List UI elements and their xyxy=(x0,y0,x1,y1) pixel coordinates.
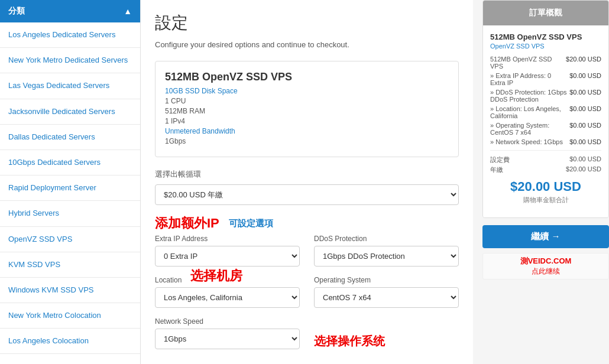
sidebar-items: Los Angeles Dedicated ServersNew York Me… xyxy=(0,22,140,354)
summary-row-label: » DDoS Protection: 1Gbps DDoS Protection xyxy=(490,89,567,103)
summary-row-label: » Extra IP Address: 0 Extra IP xyxy=(490,72,567,86)
summary-row-price: $0.00 USD xyxy=(569,122,601,129)
right-panel: 訂單概觀 512MB OpenVZ SSD VPS OpenVZ SSD VPS… xyxy=(473,0,609,364)
summary-rows: 512MB OpenVZ SSD VPS$20.00 USD» Extra IP… xyxy=(490,56,601,145)
yearly-price: $20.00 USD xyxy=(566,165,601,174)
summary-row-label: » Network Speed: 1Gbps xyxy=(490,138,567,145)
summary-row-price: $0.00 USD xyxy=(569,89,601,96)
sidebar-item-kvm[interactable]: KVM SSD VPS xyxy=(0,252,140,278)
summary-setup-row: 設定費 $0.00 USD xyxy=(490,155,601,164)
summary-total: $20.00 USD xyxy=(490,179,601,194)
ddos-select[interactable]: 1Gbps DDoS Protection10Gbps DDoS Protect… xyxy=(314,246,459,266)
order-summary-body: 512MB OpenVZ SSD VPS OpenVZ SSD VPS 512M… xyxy=(483,25,608,217)
summary-total-label: 購物車金額合計 xyxy=(490,196,601,204)
order-summary-header: 訂單概觀 xyxy=(483,1,608,25)
options-grid: Extra IP Address 0 Extra IP1 Extra IP2 E… xyxy=(155,235,459,349)
sidebar-item-dallas[interactable]: Dallas Dedicated Servers xyxy=(0,125,140,150)
product-detail5: Unmetered Bandwidth xyxy=(165,127,449,135)
billing-select-wrap: $20.00 USD 年繳$2.00 USD 月繳 xyxy=(155,184,459,205)
summary-yearly-row: 年繳 $20.00 USD xyxy=(490,165,601,174)
network-label: Network Speed xyxy=(155,317,300,326)
sidebar-item-new-york[interactable]: New York Metro Dedicated Servers xyxy=(0,48,140,73)
location-label: Location xyxy=(155,276,300,284)
yearly-label: 年繳 xyxy=(490,165,503,174)
summary-row: » Network Speed: 1Gbps$0.00 USD xyxy=(490,138,601,145)
summary-row: » DDoS Protection: 1Gbps DDoS Protection… xyxy=(490,89,601,103)
summary-product-name: 512MB OpenVZ SSD VPS xyxy=(490,32,601,41)
summary-row: » Extra IP Address: 0 Extra IP$0.00 USD xyxy=(490,72,601,86)
sidebar-title: 分類 xyxy=(8,6,25,17)
page-title: 設定 xyxy=(155,12,459,34)
summary-row-label: » Location: Los Angeles, California xyxy=(490,105,567,119)
ddos-label: DDoS Protection xyxy=(314,235,459,243)
extra-ip-group: Extra IP Address 0 Extra IP1 Extra IP2 E… xyxy=(155,235,300,266)
sidebar: 分類 ▲ Los Angeles Dedicated ServersNew Yo… xyxy=(0,0,141,364)
product-detail2: 1 CPU xyxy=(165,97,449,105)
ddos-group: DDoS Protection 1Gbps DDoS Protection10G… xyxy=(314,235,459,266)
annotation-select-os: 选择操作系统 xyxy=(314,333,385,349)
summary-row-price: $0.00 USD xyxy=(569,138,601,145)
sidebar-chevron-icon: ▲ xyxy=(124,6,132,16)
continue-button[interactable]: 繼續 → xyxy=(482,225,609,248)
product-detail3: 512MB RAM xyxy=(165,107,449,115)
order-summary: 訂單概觀 512MB OpenVZ SSD VPS OpenVZ SSD VPS… xyxy=(482,0,609,218)
summary-product-sub: OpenVZ SSD VPS xyxy=(490,43,601,50)
product-detail4: 1 IPv4 xyxy=(165,117,449,125)
setup-label: 設定費 xyxy=(490,155,510,164)
sidebar-item-los-angeles[interactable]: Los Angeles Dedicated Servers xyxy=(0,22,140,48)
sidebar-item-hybrid[interactable]: Hybrid Servers xyxy=(0,201,140,226)
sidebar-item-la-colocation[interactable]: Los Angeles Colocation xyxy=(0,329,140,354)
sidebar-item-openvz[interactable]: OpenVZ SSD VPS xyxy=(0,227,140,252)
setup-price: $0.00 USD xyxy=(569,155,601,164)
os-annotation-group: 选择操作系统 xyxy=(314,317,459,349)
sidebar-item-ny-colocation[interactable]: New York Metro Colocation xyxy=(0,303,140,329)
main-content: 設定 Configure your desired options and co… xyxy=(141,0,473,364)
product-detail1: 10GB SSD Disk Space xyxy=(165,87,449,95)
sidebar-item-10gbps[interactable]: 10Gbps Dedicated Servers xyxy=(0,150,140,176)
summary-row-price: $0.00 USD xyxy=(569,72,601,79)
os-select[interactable]: CentOS 7 x64Ubuntu 16.04Debian 8 xyxy=(314,287,459,308)
sidebar-item-jacksonville[interactable]: Jacksonville Dedicated Servers xyxy=(0,99,140,125)
summary-row-label: 512MB OpenVZ SSD VPS xyxy=(490,56,563,70)
watermark: 測VEIDC.COM 点此继续 xyxy=(482,253,609,280)
product-detail6: 1Gbps xyxy=(165,137,449,145)
os-label: Operating System xyxy=(314,276,459,284)
summary-row-label: » Operating System: CentOS 7 x64 xyxy=(490,122,567,136)
extra-ip-label: Extra IP Address xyxy=(155,235,300,243)
billing-label: 選擇出帳循環 xyxy=(155,169,459,180)
network-select[interactable]: 1Gbps10Gbps xyxy=(155,329,300,349)
summary-row-price: $20.00 USD xyxy=(566,56,601,63)
location-select[interactable]: Los Angeles, CaliforniaNew York, New Yor… xyxy=(155,287,300,308)
summary-row: » Location: Los Angeles, California$0.00… xyxy=(490,105,601,119)
billing-select[interactable]: $20.00 USD 年繳$2.00 USD 月繳 xyxy=(155,184,459,205)
summary-row-price: $0.00 USD xyxy=(569,105,601,112)
sidebar-item-windows-kvm[interactable]: Windows KVM SSD VPS xyxy=(0,278,140,303)
summary-divider xyxy=(490,150,601,151)
location-group: Location Los Angeles, CaliforniaNew York… xyxy=(155,276,300,308)
sidebar-item-rapid-deploy[interactable]: Rapid Deployment Server xyxy=(0,176,140,201)
product-name: 512MB OpenVZ SSD VPS xyxy=(165,71,449,83)
sidebar-header: 分類 ▲ xyxy=(0,0,140,22)
sidebar-item-las-vegas[interactable]: Las Vegas Dedicated Servers xyxy=(0,73,140,99)
os-group: Operating System CentOS 7 x64Ubuntu 16.0… xyxy=(314,276,459,308)
summary-row: 512MB OpenVZ SSD VPS$20.00 USD xyxy=(490,56,601,70)
summary-row: » Operating System: CentOS 7 x64$0.00 US… xyxy=(490,122,601,136)
page-subtitle: Configure your desired options and conti… xyxy=(155,40,459,49)
options-title: 可設定選項 xyxy=(229,218,273,229)
extra-ip-select[interactable]: 0 Extra IP1 Extra IP2 Extra IP xyxy=(155,246,300,266)
annotation-add-ip: 添加额外IP xyxy=(155,214,219,232)
network-group: Network Speed 1Gbps10Gbps xyxy=(155,317,300,349)
product-box: 512MB OpenVZ SSD VPS 10GB SSD Disk Space… xyxy=(155,61,459,157)
